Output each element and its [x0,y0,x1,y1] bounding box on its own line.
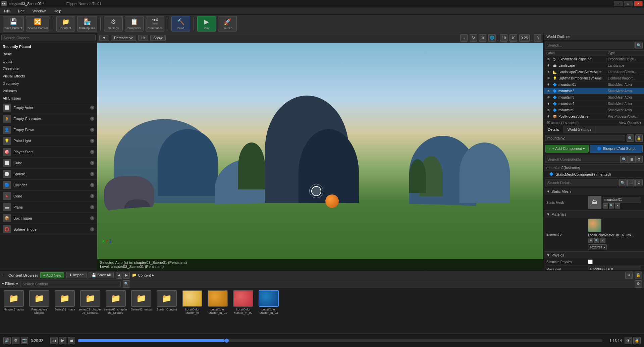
empty-character-info[interactable]: ? [90,117,94,121]
place-item-plane[interactable]: ▬ Plane ? [0,202,97,213]
comp-search-btn[interactable]: 🔍 [621,156,628,163]
content-button[interactable]: 📁 Content [56,16,75,32]
menu-edit[interactable]: Edit [16,8,26,14]
cb-add-new-button[interactable]: + Add New [40,272,64,278]
blueprints-button[interactable]: 📋 Blueprints [125,16,144,32]
wo-eye-icon[interactable]: 👁 [546,89,551,93]
place-item-point-light[interactable]: 💡 Point Light ? [0,135,97,147]
cb-view-options[interactable]: ⚙ [635,280,642,288]
simulate-physics-checkbox[interactable] [588,259,593,264]
details-lock-button[interactable]: 🔒 [635,134,643,142]
material-clear-btn[interactable]: ✕ [600,238,605,243]
wo-search-button[interactable]: 🔍 [635,42,643,49]
play-button[interactable]: ▶ Play [197,16,216,32]
place-item-empty-actor[interactable]: ⬜ Empty Actor ? [0,102,97,113]
box-trigger-info[interactable]: ? [90,216,94,220]
components-search-input[interactable] [545,156,621,163]
place-item-sphere-trigger[interactable]: ⭕ Sphere Trigger ? [0,224,97,235]
cb-folder-starter-content[interactable]: 📁 Starter Content [155,290,178,311]
cube-info[interactable]: ? [90,161,94,165]
sphere-info[interactable]: ? [90,172,94,176]
cb-folder-series02-chapter03-scene01[interactable]: 📁 series02_chapter03_Scene01 [78,290,102,314]
wo-eye-icon[interactable]: 👁 [546,95,551,100]
viewport[interactable]: Selected Actor(s) in: chapter03_Scene01 … [97,43,543,270]
cb-back-button[interactable]: ◀ [116,272,122,279]
viewport-tool-rotate[interactable]: ↻ [470,34,477,42]
static-mesh-find-btn[interactable]: 🔍 [609,203,614,209]
viewport-grid-size[interactable]: 10 [500,34,507,42]
menu-window[interactable]: Window [31,8,48,14]
static-mesh-header[interactable]: ▼ Static Mesh [544,188,644,195]
wo-item-mountain2[interactable]: 👁 🔷 mountain2 StaticMeshActor [544,88,644,94]
cb-asset-localcolor-m03[interactable]: LocalColor Master_m_03 [257,290,280,314]
viewport-mode-toggle[interactable]: ▼ [99,35,109,41]
cb-import-button[interactable]: ⬇ Import [66,272,87,278]
cb-folder-perspective-shapes[interactable]: 📁 Perspective Shapes [28,290,51,314]
place-search-input[interactable] [1,35,96,41]
static-mesh-back-btn[interactable]: ↩ [603,203,608,209]
save-current-button[interactable]: 💾 Save Current [3,16,24,32]
viewport-rotate-snap[interactable]: 10 [509,34,517,42]
wo-item-landscape[interactable]: 👁 🏔 Landscape Landscape [544,62,644,69]
cb-save-all-button[interactable]: 💾 Save All [89,272,114,278]
wo-item-mountain01[interactable]: 👁 🔷 mountain01 StaticMeshActor [544,81,644,88]
place-item-box-trigger[interactable]: 📦 Box Trigger ? [0,213,97,224]
details-search-button[interactable]: 🔍 [627,134,634,142]
place-item-empty-pawn[interactable]: 👤 Empty Pawn ? [0,124,97,135]
close-button[interactable]: ✕ [634,1,643,6]
textures-dropdown[interactable]: Textures ▾ [588,244,607,250]
menu-file[interactable]: File [2,8,12,14]
build-button[interactable]: 🔨 Build [171,16,190,32]
category-volumes[interactable]: Volumes [0,87,97,95]
cb-folder-series01-mass[interactable]: 📁 Series01_mass [53,290,76,311]
viewport-scale-snap[interactable]: 0.25 [519,34,530,42]
cb-search-button[interactable]: 🔍 [123,280,130,288]
minimize-button[interactable]: ─ [614,1,623,6]
wo-eye-icon[interactable]: 👁 [546,76,551,80]
wo-item-mountain4[interactable]: 👁 🔷 mountain4 StaticMeshActor [544,101,644,107]
mass-input[interactable] [588,267,641,270]
wo-item-postprocess[interactable]: 👁 📦 PostProcessVolume PostProcessVolue..… [544,113,644,120]
viewport-lit-button[interactable]: Lit [138,35,148,41]
comp-layout-btn[interactable]: ⊞ [628,156,635,163]
wo-item-expheightfog[interactable]: 👁 🌫 ExponentialHeightFog ExponentialHeig… [544,56,644,62]
tl-view-btn[interactable]: 👁 [625,337,632,344]
wo-eye-icon[interactable]: 👁 [546,82,551,87]
viewport-tool-translate[interactable]: ↔ [460,34,468,42]
wo-eye-icon[interactable]: 👁 [546,108,551,112]
viewport-tool-scale[interactable]: ⇲ [479,34,486,42]
cb-folder-nature-shapes[interactable]: 📁 Nature Shapes [2,290,25,311]
place-item-cylinder[interactable]: 🔵 Cylinder ? [0,180,97,191]
details-name-input[interactable] [545,135,625,141]
details-search-input[interactable] [545,179,619,186]
cb-asset-localcolor-m02[interactable]: LocalColor Master_m_02 [231,290,255,314]
wo-eye-icon[interactable]: 👁 [546,63,551,68]
wo-eye-icon[interactable]: 👁 [546,101,551,106]
cb-asset-localcolor-m[interactable]: LocalColor Master_m [180,290,204,314]
cb-forward-button[interactable]: ▶ [123,272,130,279]
static-mesh-select[interactable]: mountain01 ↩ 🔍 ✕ [603,197,641,209]
tl-progress-handle[interactable] [225,339,229,343]
viewport-tool-world[interactable]: 🌐 [488,34,496,42]
cb-path-root[interactable]: 📁 [132,273,137,277]
wo-eye-icon[interactable]: 👁 [546,69,551,74]
tl-settings-btn[interactable]: ⚙ [12,337,19,344]
settings-button[interactable]: ⚙ Settings [104,16,123,32]
material-back-btn[interactable]: ↩ [588,238,593,243]
wo-item-mountain5[interactable]: 👁 🔷 mountain5 StaticMeshActor [544,107,644,113]
category-visual-effects[interactable]: Visual Effects [0,72,97,80]
comp-options-btn[interactable]: ⚙ [635,156,643,163]
physics-header[interactable]: ▼ Physics [544,252,644,258]
plane-info[interactable]: ? [90,205,94,209]
tl-rewind-button[interactable]: ⏮ [50,337,58,344]
category-cinematic[interactable]: Cinematic [0,65,97,72]
tl-play-button[interactable]: ▶ [59,337,66,344]
place-item-cube[interactable]: ⬜ Cube ? [0,158,97,169]
cone-info[interactable]: ? [90,194,94,198]
tl-lock-btn[interactable]: 🔒 [633,337,641,344]
cb-folder-series02-maps[interactable]: 📁 Series02_maps [129,290,153,311]
place-item-empty-character[interactable]: 🧍 Empty Character ? [0,113,97,124]
component-static-mesh[interactable]: 🔷 StaticMeshComponent (Inherited) [544,171,644,178]
wo-eye-icon[interactable]: 👁 [546,57,551,61]
cb-folder-series02-chapter03-scene2[interactable]: 📁 series02_chapter03_Scene2 [104,290,127,314]
